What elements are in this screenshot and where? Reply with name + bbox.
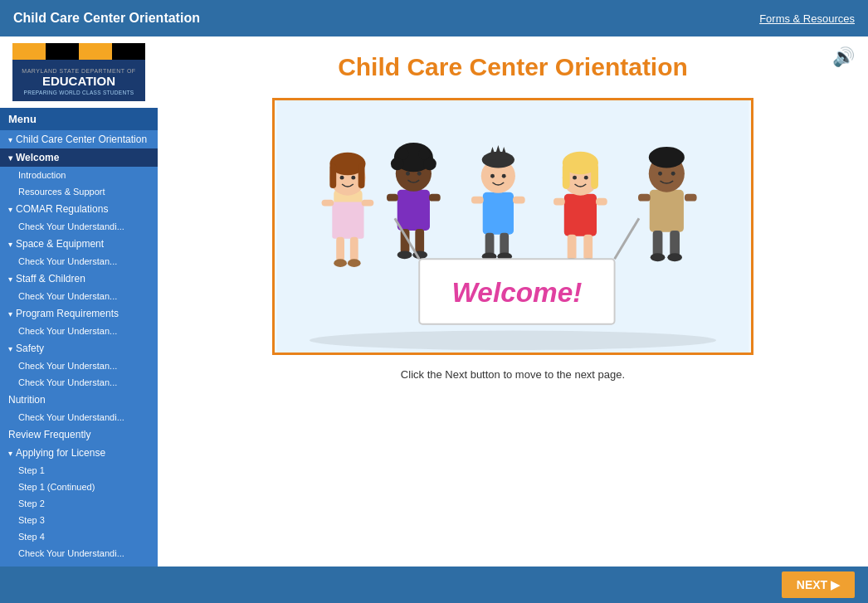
sidebar-item-check-1[interactable]: Check Your Understandi... xyxy=(0,218,158,235)
svg-rect-47 xyxy=(563,163,570,189)
header-title: Child Care Center Orientation xyxy=(13,11,200,26)
svg-rect-29 xyxy=(429,194,441,202)
svg-rect-66 xyxy=(638,194,651,202)
arrow-icon xyxy=(8,447,12,459)
sidebar-item-step-2[interactable]: Step 2 xyxy=(0,495,158,512)
flag-strip xyxy=(12,43,145,60)
svg-point-61 xyxy=(671,172,675,176)
sidebar-item-check-4[interactable]: Check Your Understan... xyxy=(0,323,158,339)
svg-point-22 xyxy=(406,172,410,176)
sidebar-item-step-3[interactable]: Step 3 xyxy=(0,512,158,528)
arrow-icon xyxy=(8,134,12,145)
sidebar-item-check-5[interactable]: Check Your Understan... xyxy=(0,357,158,374)
svg-point-72 xyxy=(310,331,716,351)
svg-point-26 xyxy=(397,250,412,259)
svg-rect-6 xyxy=(358,163,365,187)
content-inner: Child Care Center Orientation xyxy=(158,36,868,567)
svg-rect-52 xyxy=(583,235,592,260)
sidebar-item-space-equipment[interactable]: Space & Equipment xyxy=(0,235,158,253)
svg-point-20 xyxy=(397,148,409,160)
svg-rect-51 xyxy=(568,235,577,260)
forms-resources-link[interactable]: Forms & Resources xyxy=(759,12,855,25)
sidebar-item-check-7[interactable]: Check Your Understandi... xyxy=(0,409,158,426)
svg-rect-43 xyxy=(513,197,525,204)
logo-edu: EDUCATION xyxy=(22,74,135,88)
sidebar-item-check-3[interactable]: Check Your Understan... xyxy=(0,288,158,304)
svg-point-36 xyxy=(490,174,495,178)
svg-rect-67 xyxy=(685,194,697,202)
logo-text: MARYLAND STATE DEPARTMENT OF EDUCATION P… xyxy=(22,68,135,95)
sidebar-item-step-1-continued[interactable]: Step 1 (Continued) xyxy=(0,479,158,495)
svg-rect-39 xyxy=(500,233,509,255)
sidebar-item-check-8[interactable]: Check Your Understandi... xyxy=(0,545,158,562)
arrow-icon xyxy=(8,238,12,250)
svg-rect-56 xyxy=(596,198,607,206)
sidebar-item-staff-children[interactable]: Staff & Children xyxy=(0,270,158,288)
svg-rect-25 xyxy=(415,229,424,253)
arrow-icon xyxy=(8,203,12,215)
sidebar-item-review-frequently[interactable]: Review Frequently xyxy=(0,426,158,444)
svg-point-37 xyxy=(502,174,506,178)
svg-point-8 xyxy=(351,176,355,180)
sidebar-item-comar-regulations[interactable]: COMAR Regulations xyxy=(0,200,158,218)
svg-rect-13 xyxy=(322,200,334,207)
svg-point-11 xyxy=(334,259,347,267)
svg-point-21 xyxy=(418,148,430,160)
sidebar-item-check-2[interactable]: Check Your Understan... xyxy=(0,253,158,270)
svg-rect-57 xyxy=(650,190,684,232)
svg-point-50 xyxy=(584,176,588,180)
svg-point-65 xyxy=(667,253,682,261)
svg-text:Welcome!: Welcome! xyxy=(451,277,582,308)
svg-rect-38 xyxy=(485,233,495,255)
svg-point-60 xyxy=(658,172,662,176)
sound-icon[interactable]: 🔊 xyxy=(832,46,855,68)
sidebar-item-safety[interactable]: Safety xyxy=(0,339,158,357)
svg-rect-42 xyxy=(471,197,484,204)
svg-rect-48 xyxy=(591,163,598,189)
header: Child Care Center Orientation Forms & Re… xyxy=(0,0,868,36)
logo-sub: PREPARING WORLD CLASS STUDENTS xyxy=(22,90,135,95)
svg-rect-2 xyxy=(332,202,363,239)
sidebar-item-introduction[interactable]: Introduction xyxy=(0,167,158,183)
sidebar-item-resources-support[interactable]: Resources & Support xyxy=(0,183,158,200)
welcome-image: Welcome! xyxy=(272,98,753,355)
svg-rect-15 xyxy=(397,190,430,231)
svg-point-49 xyxy=(573,176,577,180)
content-area: 🔊 Child Care Center Orientation xyxy=(158,36,868,567)
svg-point-12 xyxy=(348,259,361,267)
logo-state: MARYLAND STATE DEPARTMENT OF xyxy=(22,68,135,74)
svg-rect-14 xyxy=(362,200,374,207)
footer: NEXT ▶ xyxy=(0,567,868,603)
next-button[interactable]: NEXT ▶ xyxy=(782,571,855,598)
svg-point-59 xyxy=(649,147,685,168)
svg-point-23 xyxy=(417,172,422,176)
sidebar-item-step-1[interactable]: Step 1 xyxy=(0,462,158,479)
svg-point-64 xyxy=(651,253,666,261)
instruction-text: Click the Next button to move to the nex… xyxy=(401,368,625,381)
logo-area: MARYLAND STATE DEPARTMENT OF EDUCATION P… xyxy=(0,36,158,108)
sidebar-item-nutrition[interactable]: Nutrition xyxy=(0,391,158,409)
svg-point-7 xyxy=(340,176,344,180)
svg-rect-10 xyxy=(350,237,358,261)
svg-rect-62 xyxy=(653,231,663,256)
arrow-icon xyxy=(8,308,12,319)
sidebar-item-welcome[interactable]: Welcome xyxy=(0,148,158,167)
sidebar-item-check-6[interactable]: Check Your Understan... xyxy=(0,374,158,391)
svg-rect-9 xyxy=(336,237,344,261)
sidebar-item-child-care-center-orientation[interactable]: Child Care Center Orientation xyxy=(0,130,158,148)
svg-rect-30 xyxy=(483,192,514,235)
children-illustration: Welcome! xyxy=(275,100,751,353)
arrow-icon xyxy=(8,152,12,163)
menu-label: Menu xyxy=(0,108,158,130)
sidebar: MARYLAND STATE DEPARTMENT OF EDUCATION P… xyxy=(0,36,158,567)
sidebar-item-applying-for-license[interactable]: Applying for License xyxy=(0,444,158,462)
page-heading: Child Care Center Orientation xyxy=(338,53,688,81)
arrow-icon xyxy=(8,343,12,354)
sidebar-item-step-4[interactable]: Step 4 xyxy=(0,528,158,545)
arrow-icon xyxy=(8,273,12,284)
svg-rect-63 xyxy=(670,231,680,256)
sidebar-item-program-requirements[interactable]: Program Requirements xyxy=(0,304,158,323)
logo-box: MARYLAND STATE DEPARTMENT OF EDUCATION P… xyxy=(12,43,145,101)
svg-rect-55 xyxy=(553,198,565,206)
svg-rect-28 xyxy=(387,194,398,202)
